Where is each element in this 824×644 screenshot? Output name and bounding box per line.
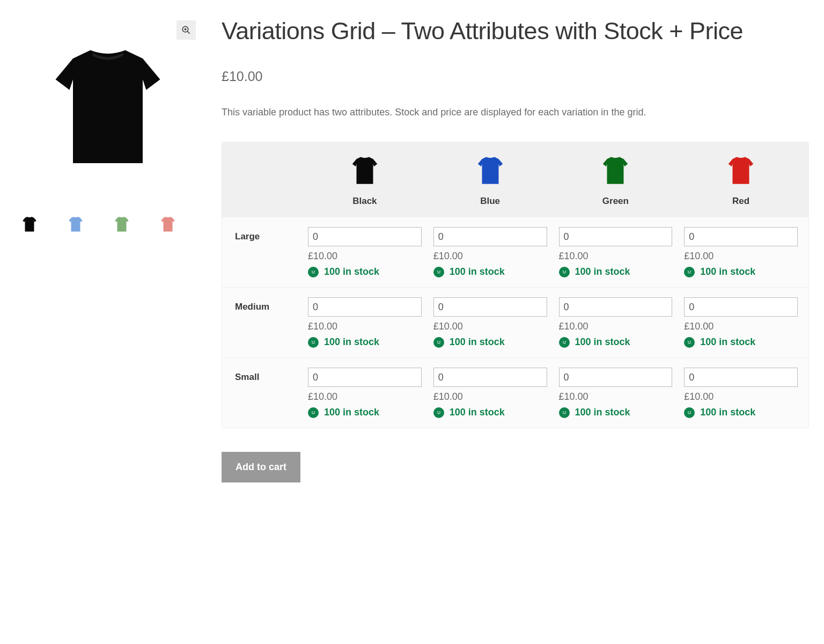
quantity-input[interactable]	[308, 227, 422, 246]
gallery-thumb[interactable]	[67, 215, 85, 234]
smiley-icon	[433, 407, 444, 418]
color-label: Red	[681, 196, 801, 207]
smiley-icon	[684, 407, 695, 418]
svg-point-4	[312, 271, 313, 272]
svg-point-14	[437, 341, 438, 342]
quantity-input[interactable]	[433, 368, 547, 387]
tshirt-icon	[556, 153, 676, 191]
smiley-icon	[308, 337, 319, 348]
stock-status: 100 in stock	[684, 336, 798, 348]
svg-point-10	[688, 271, 689, 272]
smiley-icon	[433, 267, 444, 277]
quantity-input[interactable]	[559, 297, 673, 317]
svg-point-11	[690, 271, 691, 272]
grid-header-cell: Green	[556, 153, 676, 207]
product-main-image[interactable]	[15, 16, 200, 199]
smiley-icon	[308, 407, 319, 418]
stock-status: 100 in stock	[684, 266, 798, 277]
smiley-icon	[559, 267, 570, 277]
variation-cell: £10.00 100 in stock	[305, 294, 425, 351]
svg-point-17	[565, 341, 566, 342]
svg-point-6	[437, 271, 438, 272]
quantity-input[interactable]	[308, 368, 422, 387]
product-gallery	[15, 16, 200, 482]
size-label: Small	[230, 364, 299, 383]
quantity-input[interactable]	[433, 297, 547, 317]
smiley-icon	[433, 337, 444, 348]
stock-status: 100 in stock	[433, 407, 547, 418]
product-details: Variations Grid – Two Attributes with St…	[222, 16, 809, 482]
zoom-in-icon[interactable]	[176, 20, 196, 40]
svg-point-12	[312, 341, 313, 342]
product-title: Variations Grid – Two Attributes with St…	[222, 16, 809, 46]
stock-status: 100 in stock	[559, 336, 673, 348]
quantity-input[interactable]	[559, 368, 673, 387]
variation-cell: £10.00 100 in stock	[305, 364, 425, 421]
stock-status: 100 in stock	[559, 266, 673, 277]
variations-grid: Black Blue Green Red Large £10.00 100 in…	[222, 142, 809, 428]
grid-header-cell: Blue	[430, 153, 550, 207]
svg-point-21	[314, 412, 315, 413]
tshirt-icon	[681, 153, 801, 191]
svg-point-19	[690, 341, 691, 342]
svg-point-20	[312, 412, 313, 413]
add-to-cart-button[interactable]: Add to cart	[222, 452, 300, 482]
svg-point-13	[314, 341, 315, 342]
variation-cell: £10.00 100 in stock	[305, 224, 425, 281]
variation-price: £10.00	[433, 321, 547, 332]
gallery-thumb[interactable]	[20, 215, 39, 234]
product-description: This variable product has two attributes…	[222, 106, 809, 119]
stock-status: 100 in stock	[684, 407, 798, 418]
svg-point-26	[688, 412, 689, 413]
stock-status: 100 in stock	[308, 266, 422, 277]
grid-header-cell: Red	[681, 153, 801, 207]
variation-price: £10.00	[308, 391, 422, 402]
color-label: Green	[556, 196, 676, 207]
stock-status: 100 in stock	[308, 407, 422, 418]
tshirt-icon	[430, 153, 550, 191]
svg-point-16	[563, 341, 564, 342]
variation-cell: £10.00 100 in stock	[430, 364, 550, 421]
variation-price: £10.00	[433, 251, 547, 262]
grid-header-cell: Black	[305, 153, 425, 207]
stock-status: 100 in stock	[433, 336, 547, 348]
tshirt-icon	[305, 153, 425, 191]
svg-line-1	[187, 31, 190, 34]
color-label: Blue	[430, 196, 550, 207]
smiley-icon	[684, 337, 695, 348]
svg-point-15	[439, 341, 440, 342]
variation-price: £10.00	[559, 391, 673, 402]
variation-cell: £10.00 100 in stock	[430, 294, 550, 351]
variation-cell: £10.00 100 in stock	[556, 224, 676, 281]
quantity-input[interactable]	[433, 227, 547, 246]
svg-point-7	[439, 271, 440, 272]
variation-price: £10.00	[684, 391, 798, 402]
quantity-input[interactable]	[559, 227, 673, 246]
gallery-thumbs	[15, 215, 200, 234]
svg-point-23	[439, 412, 440, 413]
gallery-thumb[interactable]	[159, 215, 177, 234]
grid-header: Black Blue Green Red	[222, 142, 808, 217]
quantity-input[interactable]	[684, 368, 798, 387]
stock-status: 100 in stock	[433, 266, 547, 277]
svg-point-18	[688, 341, 689, 342]
svg-point-9	[565, 271, 566, 272]
quantity-input[interactable]	[308, 297, 422, 317]
variation-cell: £10.00 100 in stock	[430, 224, 550, 281]
variation-cell: £10.00 100 in stock	[681, 224, 801, 281]
grid-row: Small £10.00 100 in stock £10.00 100 in …	[222, 357, 808, 428]
variation-price: £10.00	[559, 251, 673, 262]
quantity-input[interactable]	[684, 227, 798, 246]
smiley-icon	[559, 337, 570, 348]
stock-status: 100 in stock	[559, 407, 673, 418]
size-label: Medium	[230, 294, 299, 312]
product-price: £10.00	[222, 69, 809, 84]
stock-status: 100 in stock	[308, 336, 422, 348]
variation-price: £10.00	[684, 251, 798, 262]
size-label: Large	[230, 224, 299, 242]
quantity-input[interactable]	[684, 297, 798, 317]
gallery-thumb[interactable]	[113, 215, 131, 234]
svg-point-27	[690, 412, 691, 413]
svg-point-22	[437, 412, 438, 413]
variation-price: £10.00	[308, 321, 422, 332]
